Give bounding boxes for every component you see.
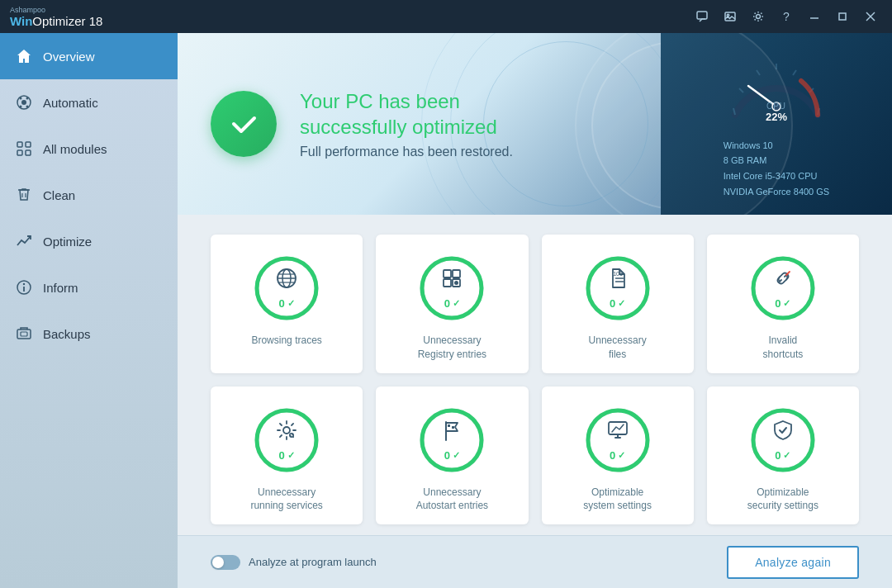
ring-unnecessary-files: 101 0 ✓ xyxy=(581,251,655,325)
inform-icon xyxy=(15,278,33,296)
toggle-label: Analyze at program launch xyxy=(249,556,377,568)
cpu-pct: 22% xyxy=(766,111,787,123)
ring-inner-invalid-shortcuts: 0 ✓ xyxy=(771,267,795,310)
ring-inner-registry-entries: 0 ✓ xyxy=(440,267,463,310)
svg-rect-24 xyxy=(21,332,27,336)
metric-value-invalid-shortcuts: 0 ✓ xyxy=(775,297,790,310)
metric-card-browsing-traces: 0 ✓ Browsing traces xyxy=(211,235,363,373)
sidebar-label-automatic: Automatic xyxy=(43,96,98,110)
ring-registry-entries: 0 ✓ xyxy=(415,251,489,325)
metric-label-invalid-shortcuts: Invalidshortcuts xyxy=(763,334,804,362)
app-logo: Ashampoo Win Optimizer 18 xyxy=(10,6,102,28)
cpu-gauge: CPU 22% Windows 10 8 GB RAM Intel Core i… xyxy=(661,33,892,215)
main-content: Your PC has been successfully optimized … xyxy=(178,33,892,588)
analyze-toggle[interactable] xyxy=(211,555,240,570)
metric-card-autostart-entries: 0 ✓ UnnecessaryAutostart entries xyxy=(376,386,528,525)
success-subtitle: Full performance has been restored. xyxy=(300,145,513,159)
svg-rect-5 xyxy=(839,13,846,20)
ring-inner-autostart-entries: 0 ✓ xyxy=(440,419,463,462)
restore-button[interactable] xyxy=(831,5,854,28)
globe-icon xyxy=(275,267,298,296)
ring-system-settings: 0 ✓ xyxy=(581,403,655,477)
metric-card-invalid-shortcuts: 0 ✓ Invalidshortcuts xyxy=(707,235,859,373)
minimize-button[interactable] xyxy=(803,5,826,28)
svg-point-12 xyxy=(20,106,22,108)
ring-inner-browsing-traces: 0 ✓ xyxy=(275,267,298,310)
company-name: Ashampoo xyxy=(10,6,102,14)
backups-icon xyxy=(15,325,33,343)
gear-icon xyxy=(275,419,298,448)
bottom-bar: Analyze at program launch Analyze again xyxy=(178,535,892,588)
file-icon: 101 xyxy=(606,267,629,296)
success-title: Your PC has been successfully optimized xyxy=(300,88,513,140)
analyze-again-button[interactable]: Analyze again xyxy=(727,546,859,579)
svg-rect-1 xyxy=(725,12,735,21)
titlebar: Ashampoo Win Optimizer 18 ? xyxy=(0,0,892,33)
success-icon xyxy=(211,91,277,157)
svg-point-22 xyxy=(23,283,25,285)
sidebar-item-clean[interactable]: Clean xyxy=(0,172,178,218)
svg-line-29 xyxy=(793,70,796,75)
svg-point-33 xyxy=(772,102,780,111)
ring-running-services: 0 ✓ xyxy=(249,403,324,477)
metric-label-security-settings: Optimizablesecurity settings xyxy=(747,486,818,514)
header-panel: Your PC has been successfully optimized … xyxy=(178,33,892,215)
sidebar-label-backups: Backups xyxy=(43,327,91,341)
svg-point-58 xyxy=(283,427,290,434)
sidebar-item-overview[interactable]: Overview xyxy=(0,33,178,79)
svg-line-26 xyxy=(739,88,743,92)
sidebar-item-optimize[interactable]: Optimize xyxy=(0,218,178,264)
sidebar-label-clean: Clean xyxy=(43,188,75,202)
metric-label-registry-entries: UnnecessaryRegistry entries xyxy=(418,334,486,362)
metric-value-unnecessary-files: 0 ✓ xyxy=(610,297,625,310)
image-button[interactable] xyxy=(719,5,742,28)
sidebar-item-all-modules[interactable]: All modules xyxy=(0,126,178,172)
sidebar-label-inform: Inform xyxy=(43,281,78,295)
grid-icon xyxy=(15,140,33,158)
metric-value-browsing-traces: 0 ✓ xyxy=(279,297,295,310)
settings-button[interactable] xyxy=(747,5,770,28)
sidebar-item-automatic[interactable]: Automatic xyxy=(0,79,178,126)
shield-icon xyxy=(771,419,795,448)
metrics-area: 0 ✓ Browsing traces 0 ✓ xyxy=(178,215,892,535)
metric-label-running-services: Unnecessaryrunning services xyxy=(250,486,322,514)
metric-card-registry-entries: 0 ✓ UnnecessaryRegistry entries xyxy=(376,235,528,373)
chat-button[interactable] xyxy=(690,5,714,28)
ring-browsing-traces: 0 ✓ xyxy=(249,251,324,325)
svg-rect-16 xyxy=(17,150,22,155)
product-prefix: Win xyxy=(10,14,32,28)
auto-icon xyxy=(15,93,33,111)
svg-line-27 xyxy=(757,70,760,75)
home-icon xyxy=(15,47,33,65)
svg-rect-64 xyxy=(452,426,454,429)
metric-label-autostart-entries: UnnecessaryAutostart entries xyxy=(416,486,488,514)
svg-line-32 xyxy=(748,86,776,107)
gauge-svg xyxy=(719,45,834,127)
sidebar-item-backups[interactable]: Backups xyxy=(0,311,178,357)
ring-inner-running-services: 0 ✓ xyxy=(275,419,298,462)
svg-text:101: 101 xyxy=(613,271,623,277)
ring-inner-system-settings: 0 ✓ xyxy=(606,419,629,462)
svg-rect-43 xyxy=(444,270,451,277)
toggle-thumb xyxy=(212,557,224,568)
product-name: Optimizer 18 xyxy=(32,14,102,28)
close-button[interactable] xyxy=(859,5,882,28)
monitor-icon xyxy=(606,419,629,448)
sidebar-label-optimize: Optimize xyxy=(43,235,92,249)
svg-point-9 xyxy=(21,100,26,105)
svg-point-10 xyxy=(20,97,22,100)
metric-label-browsing-traces: Browsing traces xyxy=(251,334,321,348)
ring-invalid-shortcuts: 0 ✓ xyxy=(746,251,820,325)
metrics-grid: 0 ✓ Browsing traces 0 ✓ xyxy=(211,235,859,524)
sidebar-item-inform[interactable]: Inform xyxy=(0,264,178,311)
svg-point-3 xyxy=(757,15,761,19)
metric-value-system-settings: 0 ✓ xyxy=(610,449,625,462)
ring-inner-unnecessary-files: 101 0 ✓ xyxy=(606,267,629,310)
window-controls: ? xyxy=(690,5,882,28)
flag-icon xyxy=(440,419,463,448)
svg-rect-23 xyxy=(17,330,31,339)
help-button[interactable]: ? xyxy=(775,5,798,28)
metric-value-autostart-entries: 0 ✓ xyxy=(444,449,460,462)
toggle-wrapper[interactable]: Analyze at program launch xyxy=(211,555,377,570)
svg-point-13 xyxy=(26,106,29,108)
